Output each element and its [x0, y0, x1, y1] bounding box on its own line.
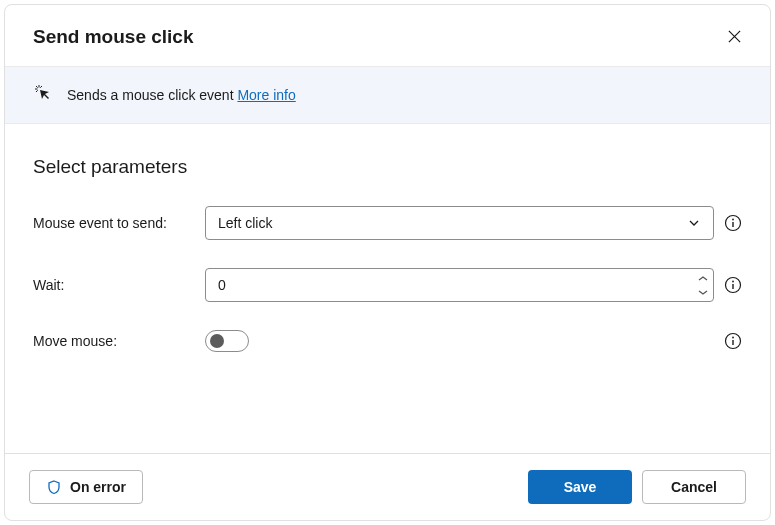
cancel-button[interactable]: Cancel: [642, 470, 746, 504]
mouse-event-info-button[interactable]: [724, 214, 742, 232]
wait-row: Wait: 0: [33, 268, 742, 302]
move-mouse-toggle[interactable]: [205, 330, 249, 352]
dialog: Send mouse click Sends a mouse click eve…: [4, 4, 771, 521]
chevron-down-icon: [697, 289, 709, 296]
mouse-event-row: Mouse event to send: Left click: [33, 206, 742, 240]
toggle-thumb: [210, 334, 224, 348]
svg-point-6: [732, 219, 734, 221]
wait-value: 0: [218, 277, 226, 293]
mouse-event-value: Left click: [218, 215, 272, 231]
cursor-click-icon: [33, 83, 53, 107]
on-error-label: On error: [70, 479, 126, 495]
more-info-link[interactable]: More info: [237, 87, 295, 103]
mouse-event-label: Mouse event to send:: [33, 215, 205, 231]
section-title: Select parameters: [33, 156, 742, 178]
close-button[interactable]: [723, 25, 746, 48]
mouse-event-select[interactable]: Left click: [205, 206, 714, 240]
wait-spinner-up[interactable]: [697, 272, 709, 284]
wait-input[interactable]: 0: [205, 268, 714, 302]
info-banner: Sends a mouse click event More info: [5, 66, 770, 124]
move-mouse-row: Move mouse:: [33, 330, 742, 352]
wait-spinner-down[interactable]: [697, 286, 709, 298]
wait-info-button[interactable]: [724, 276, 742, 294]
svg-point-12: [732, 337, 734, 339]
info-icon: [724, 332, 742, 350]
footer-actions: Save Cancel: [528, 470, 746, 504]
banner-description: Sends a mouse click event: [67, 87, 237, 103]
dialog-footer: On error Save Cancel: [5, 453, 770, 520]
on-error-button[interactable]: On error: [29, 470, 143, 504]
move-mouse-label: Move mouse:: [33, 333, 205, 349]
close-icon: [727, 29, 742, 44]
wait-spinner: [697, 272, 709, 298]
banner-text: Sends a mouse click event More info: [67, 87, 296, 103]
dialog-title: Send mouse click: [33, 26, 194, 48]
svg-line-4: [36, 90, 38, 92]
save-button[interactable]: Save: [528, 470, 632, 504]
svg-line-2: [36, 86, 38, 88]
dialog-content: Select parameters Mouse event to send: L…: [5, 124, 770, 453]
info-icon: [724, 214, 742, 232]
wait-label: Wait:: [33, 277, 205, 293]
shield-icon: [46, 479, 62, 495]
info-icon: [724, 276, 742, 294]
chevron-up-icon: [697, 275, 709, 282]
dialog-header: Send mouse click: [5, 5, 770, 66]
svg-line-3: [40, 86, 42, 88]
chevron-down-icon: [687, 216, 701, 230]
svg-point-9: [732, 281, 734, 283]
move-mouse-info-button[interactable]: [724, 332, 742, 350]
